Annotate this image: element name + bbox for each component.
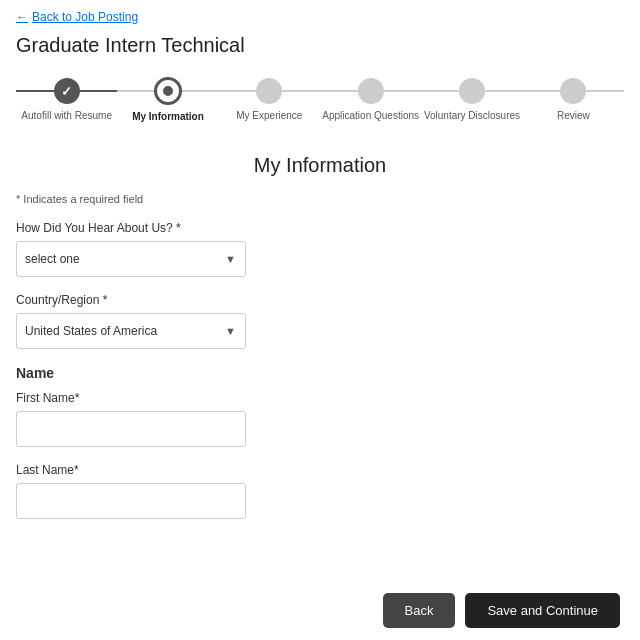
back-arrow-icon: ← bbox=[16, 10, 28, 24]
required-note: * Indicates a required field bbox=[16, 193, 624, 205]
last-name-group: Last Name* bbox=[16, 463, 624, 519]
country-region-group: Country/Region * United States of Americ… bbox=[16, 293, 624, 349]
country-region-select-wrapper: United States of America ▼ bbox=[16, 313, 246, 349]
step-circle-voluntary-disclosures bbox=[459, 78, 485, 104]
progress-bar: Autofill with Resume My Information My E… bbox=[0, 69, 640, 150]
step-circle-my-information bbox=[154, 77, 182, 105]
country-region-select[interactable]: United States of America bbox=[16, 313, 246, 349]
step-circle-my-experience bbox=[256, 78, 282, 104]
step-my-experience: My Experience bbox=[219, 78, 320, 121]
hear-about-us-group: How Did You Hear About Us? * select one … bbox=[16, 221, 624, 277]
first-name-group: First Name* bbox=[16, 391, 624, 447]
country-region-label: Country/Region * bbox=[16, 293, 624, 307]
step-review: Review bbox=[523, 78, 624, 121]
step-label-application-questions: Application Questions bbox=[322, 110, 419, 121]
step-label-my-information: My Information bbox=[132, 111, 204, 122]
hear-about-us-select-wrapper: select one ▼ bbox=[16, 241, 246, 277]
name-section-title: Name bbox=[16, 365, 624, 381]
step-circle-autofill bbox=[54, 78, 80, 104]
hear-about-us-label: How Did You Hear About Us? * bbox=[16, 221, 624, 235]
section-title: My Information bbox=[16, 154, 624, 177]
step-circle-application-questions bbox=[358, 78, 384, 104]
save-and-continue-button[interactable]: Save and Continue bbox=[465, 593, 620, 628]
bottom-bar: Back Save and Continue bbox=[0, 581, 640, 640]
main-content: My Information * Indicates a required fi… bbox=[0, 154, 640, 519]
back-button[interactable]: Back bbox=[383, 593, 456, 628]
back-link-label: Back to Job Posting bbox=[32, 10, 138, 24]
back-to-job-posting-link[interactable]: ← Back to Job Posting bbox=[0, 0, 640, 30]
first-name-input[interactable] bbox=[16, 411, 246, 447]
step-voluntary-disclosures: Voluntary Disclosures bbox=[421, 78, 522, 121]
step-label-autofill: Autofill with Resume bbox=[21, 110, 112, 121]
first-name-label: First Name* bbox=[16, 391, 624, 405]
step-label-review: Review bbox=[557, 110, 590, 121]
step-circle-review bbox=[560, 78, 586, 104]
last-name-input[interactable] bbox=[16, 483, 246, 519]
step-my-information: My Information bbox=[117, 77, 218, 122]
step-application-questions: Application Questions bbox=[320, 78, 421, 121]
name-section: Name First Name* Last Name* bbox=[16, 365, 624, 519]
last-name-label: Last Name* bbox=[16, 463, 624, 477]
step-label-voluntary-disclosures: Voluntary Disclosures bbox=[424, 110, 520, 121]
hear-about-us-select[interactable]: select one bbox=[16, 241, 246, 277]
step-label-my-experience: My Experience bbox=[236, 110, 302, 121]
job-title: Graduate Intern Technical bbox=[0, 30, 640, 69]
step-autofill: Autofill with Resume bbox=[16, 78, 117, 121]
